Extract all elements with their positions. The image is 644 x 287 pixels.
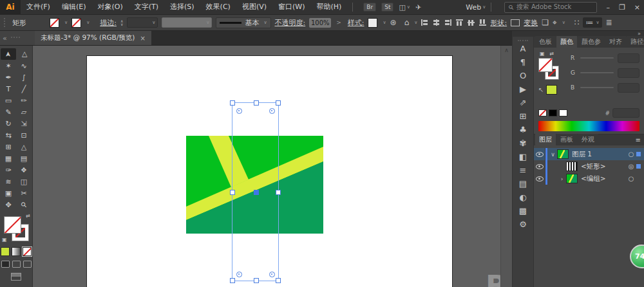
eyedropper-tool[interactable]: ✑ [1, 164, 16, 176]
opentype-panel-icon[interactable]: O [515, 69, 531, 82]
menu-window[interactable]: 窗口(W) [272, 0, 310, 14]
gradient-tool[interactable]: ▤ [16, 153, 32, 164]
tab-layers[interactable]: 图层 [535, 134, 556, 145]
transform-label[interactable]: 变换 [524, 18, 538, 28]
close-button[interactable]: × [634, 3, 640, 12]
layer-row-rectangle[interactable]: <矩形> ◎ [534, 160, 644, 172]
isolate-selection-icon[interactable]: ⌖ [553, 18, 557, 27]
adobe-stock-search[interactable]: ⚲ 搜索 Adobe Stock [504, 2, 597, 13]
width-tool[interactable]: ⇆ [1, 129, 16, 141]
menu-type[interactable]: 文字(T) [129, 0, 164, 14]
list-icon[interactable]: ≣ [606, 18, 612, 27]
scroll-up-icon[interactable]: ∧ [501, 46, 512, 55]
color-spectrum-bar[interactable] [538, 121, 639, 131]
stroke-weight-dropdown[interactable]: ∨ [127, 17, 158, 28]
swap-fill-stroke-icon[interactable]: ⇄ [26, 213, 30, 219]
chevron-down-icon[interactable]: ∨ [86, 20, 90, 25]
gradient-panel-icon[interactable]: ▤ [515, 177, 531, 190]
panel-grip[interactable] [4, 18, 8, 27]
menu-file[interactable]: 文件(F) [21, 0, 56, 14]
rectangle-tool[interactable]: ▭ [1, 95, 16, 106]
stock-button[interactable]: St [381, 3, 393, 12]
layer-name[interactable]: <编组> [581, 174, 626, 183]
selection-tool[interactable]: ➤ [1, 48, 16, 60]
chevron-down-icon[interactable]: ∨ [64, 20, 68, 25]
none-swatch[interactable] [538, 109, 547, 116]
shaper-tool[interactable]: ✎ [1, 106, 16, 118]
gradient-button[interactable] [12, 247, 21, 256]
mesh-tool[interactable]: ▦ [1, 153, 16, 164]
document-setup-icon[interactable]: ⊛ [390, 18, 397, 27]
layer-row-group[interactable]: › <编组> ○ [534, 172, 644, 185]
style-swatch[interactable] [368, 18, 377, 28]
shape-mode-icon[interactable] [511, 19, 520, 26]
default-swatches-icon[interactable]: ▣ [540, 51, 545, 57]
channel-slider[interactable] [580, 72, 614, 73]
scale-tool[interactable]: ⇲ [16, 118, 32, 129]
tab-color-guide[interactable]: 颜色参 [578, 36, 605, 48]
gpu-performance-icon[interactable]: ✈ [415, 3, 421, 12]
collapse-toolbar-icon[interactable]: « [3, 34, 7, 42]
chevron-down-icon[interactable]: ∨ [407, 5, 410, 10]
stepper-down-icon[interactable]: ∨ [120, 23, 123, 26]
handle-bottom-right[interactable] [276, 278, 281, 283]
shape-builder-tool[interactable]: ⊞ [1, 141, 16, 153]
type-tool[interactable]: T [1, 83, 16, 95]
channel-value-field[interactable] [618, 53, 639, 63]
align-left-icon[interactable] [421, 19, 428, 26]
curvature-tool[interactable]: ∫ [16, 71, 32, 83]
handle-center-point[interactable] [254, 190, 259, 195]
dots-icon[interactable]: ∷ [574, 18, 580, 27]
disclosure-icon[interactable]: › [558, 176, 566, 182]
vertical-scrollbar[interactable]: ∧ [500, 46, 512, 287]
document-tab[interactable]: 未标题-3* @ 97% (RGB/预览) × [35, 31, 151, 45]
swap-colors-icon[interactable]: ⇄ [550, 51, 554, 57]
none-button[interactable] [23, 247, 32, 256]
layer-thumbnail[interactable] [566, 162, 578, 171]
panel-options-button[interactable]: ≔ ∨ [583, 17, 601, 28]
target-circle[interactable]: ◎ [626, 163, 636, 170]
chevron-down-icon[interactable]: ∨ [383, 20, 386, 25]
hex-value-field[interactable] [612, 108, 639, 118]
menu-view[interactable]: 视图(V) [236, 0, 272, 14]
layer-row-layer1[interactable]: ∨ 图层 1 ○ [534, 148, 644, 160]
magic-wand-tool[interactable]: ✶ [1, 60, 16, 71]
artboards-panel-icon[interactable]: ⊞ [515, 109, 531, 123]
fill-proxy-swatch[interactable] [4, 216, 21, 234]
lasso-tool[interactable]: ∿ [16, 60, 32, 71]
stroke-panel-icon[interactable]: ≡ [515, 163, 531, 177]
layer-thumbnail[interactable] [566, 174, 578, 183]
layer-thumbnail[interactable] [557, 149, 569, 159]
fill-none-swatch[interactable] [538, 58, 553, 72]
stroke-weight-label[interactable]: 描边: [100, 18, 117, 28]
symbol-sprayer-tool[interactable]: ≋ [1, 176, 16, 187]
eraser-tool[interactable]: ▱ [16, 106, 32, 118]
graph-tool[interactable]: ◫ [16, 176, 32, 187]
channel-value-field[interactable] [618, 68, 639, 78]
fill-color-swatch[interactable] [50, 18, 59, 28]
shape-properties-icon[interactable]: ⌂ [404, 18, 410, 27]
disclosure-icon[interactable]: ∨ [549, 151, 557, 158]
tab-color[interactable]: 颜色 [556, 36, 577, 48]
artboard-tool[interactable]: ▣ [1, 187, 16, 199]
shape-label[interactable]: 形状: [490, 18, 507, 28]
layer-name[interactable]: <矩形> [581, 162, 626, 171]
canvas-area[interactable]: B ∧ [33, 46, 512, 287]
blend-tool[interactable]: ❖ [16, 164, 32, 176]
close-tab-icon[interactable]: × [140, 35, 145, 42]
white-swatch[interactable] [559, 109, 567, 116]
brushes-panel-icon[interactable]: ✾ [515, 136, 531, 150]
draw-behind-icon[interactable] [12, 261, 21, 268]
restore-button[interactable]: ❐ [619, 3, 625, 12]
panel-menu-icon[interactable]: ≡ [636, 136, 641, 144]
pen-tool[interactable]: ✒ [1, 71, 16, 83]
export-panel-icon[interactable]: ⇗ [515, 96, 531, 109]
tab-artboards[interactable]: 画板 [556, 134, 577, 145]
handle-middle-right[interactable] [276, 190, 281, 195]
handle-top-center[interactable] [254, 100, 259, 106]
live-corner-widget[interactable] [269, 108, 275, 114]
perspective-grid-tool[interactable]: △ [16, 141, 32, 153]
default-fill-stroke-icon[interactable]: ▣ [2, 237, 7, 243]
menu-edit[interactable]: 编辑(E) [56, 0, 92, 14]
rotate-tool[interactable]: ↻ [1, 118, 16, 129]
